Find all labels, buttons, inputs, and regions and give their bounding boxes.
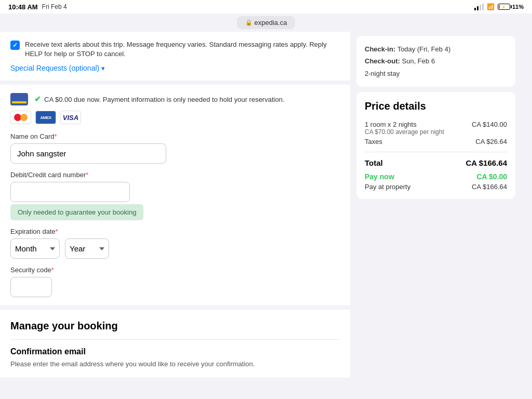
checkout-value: Sun, Feb 6 [402,57,435,65]
chevron-down-icon: ▾ [101,64,105,72]
year-select[interactable]: Year 202520262027202820292030 [65,238,109,259]
signal-icon [474,4,484,10]
guarantee-badge: Only needed to guarantee your booking [10,204,143,220]
checkbox-checked[interactable]: ✓ [10,41,20,50]
price-details-card: Price details 1 room x 2 nights CA $70.0… [356,92,515,199]
lock-icon: 🔒 [245,19,252,26]
visa-icon: VISA [60,111,81,124]
security-code-input[interactable] [10,277,52,297]
room-price-label-group: 1 room x 2 nights CA $70.00 average per … [365,121,444,136]
card-brands-row: AMEX VISA [10,111,340,124]
main-layout: ✓ Receive text alerts about this trip. M… [0,32,532,398]
special-requests-label: Special Requests (optional) [10,64,99,72]
pay-property-row: Pay at property CA $166.64 [365,183,507,191]
confirmation-email-title: Confirmation email [10,347,340,356]
card-number-field: Debit/Credit card number* [10,171,340,202]
manage-divider [10,339,340,340]
pay-now-value: CA $0.00 [476,172,507,181]
room-price-row: 1 room x 2 nights CA $70.00 average per … [365,121,507,136]
day: Fri Feb 4 [42,3,67,10]
room-price-sublabel: CA $70.00 average per night [365,128,444,136]
room-price-value: CA $140.00 [472,121,507,128]
name-on-card-label: Name on Card* [10,132,340,140]
total-label: Total [365,158,383,167]
card-icon [10,93,28,105]
pay-now-label: Pay now [365,172,394,181]
required-star-4: * [51,266,54,274]
name-on-card-field: Name on Card* [10,132,340,164]
manage-booking-title: Manage your booking [10,320,340,332]
wifi-icon: 📶 [487,3,495,10]
room-price-label: 1 room x 2 nights [365,121,444,128]
pay-now-row: Pay now CA $0.00 [365,172,507,181]
price-divider [365,152,507,152]
taxes-value: CA $26.64 [475,138,507,145]
price-details-title: Price details [365,100,507,112]
stay-length: 2-night stay [365,70,400,77]
required-star-2: * [86,171,88,179]
right-panel: Check-in: Today (Fri, Feb 4) Check-out: … [350,32,522,398]
expiration-date-label: Expiration date* [10,228,340,235]
sms-consent-row: ✓ Receive text alerts about this trip. M… [10,40,340,59]
time: 10:48 AM [8,3,38,11]
checkin-label: Check-in: [365,45,395,53]
payment-section: ✔ CA $0.00 due now. Payment information … [0,85,350,305]
pay-property-value: CA $166.64 [472,183,507,191]
sms-consent-text: Receive text alerts about this trip. Mes… [25,40,340,59]
total-value: CA $166.64 [466,158,508,167]
month-select[interactable]: Month 01020304 05060708 09101112 [10,238,60,259]
green-check-icon: ✔ [34,95,41,104]
special-requests-link[interactable]: Special Requests (optional) ▾ [10,64,340,72]
checkin-card: Check-in: Today (Fri, Feb 4) Check-out: … [356,36,515,87]
confirmation-email-desc: Please enter the email address where you… [10,360,340,369]
battery-percent: 11% [512,4,524,10]
card-number-input[interactable] [10,182,130,202]
pay-property-label: Pay at property [365,183,410,191]
expiration-date-field: Expiration date* Month 01020304 05060708… [10,228,340,259]
url-text: expedia.ca [255,19,287,26]
left-panel: ✓ Receive text alerts about this trip. M… [0,32,350,398]
battery-icon: ⚡ 11% [498,4,524,10]
card-number-label: Debit/Credit card number* [10,171,340,179]
total-row: Total CA $166.64 [365,158,507,167]
name-on-card-input[interactable] [10,143,166,164]
taxes-row: Taxes CA $26.64 [365,138,507,145]
mastercard-icon [10,111,31,124]
security-code-field: Security code* [10,266,340,297]
amex-icon: AMEX [35,111,56,124]
payment-notice-text: ✔ CA $0.00 due now. Payment information … [34,95,285,104]
address-bar: 🔒 expedia.ca [0,14,532,32]
required-star-3: * [56,228,58,235]
expiry-selects-row: Month 01020304 05060708 09101112 Year 20… [10,238,340,259]
sms-section: ✓ Receive text alerts about this trip. M… [0,32,350,81]
taxes-label: Taxes [365,138,382,145]
checkin-info: Check-in: Today (Fri, Feb 4) Check-out: … [365,43,507,79]
status-bar: 10:48 AM Fri Feb 4 📶 ⚡ 11% [0,0,532,14]
checkout-label: Check-out: [365,57,400,65]
required-star: * [55,132,57,140]
manage-booking-section: Manage your booking Confirmation email P… [0,310,350,377]
security-code-label: Security code* [10,266,340,274]
checkin-value: Today (Fri, Feb 4) [397,45,451,53]
address-pill[interactable]: 🔒 expedia.ca [237,16,296,29]
